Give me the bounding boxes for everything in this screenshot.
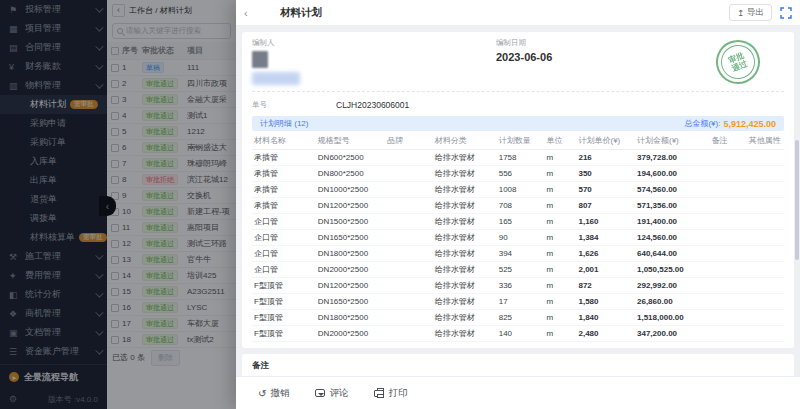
cell-other [747, 213, 784, 229]
cell-other [747, 181, 784, 197]
cell-category: 给排水管材 [433, 277, 497, 293]
cell-category: 给排水管材 [433, 261, 497, 277]
cell-other [747, 309, 784, 325]
cell-spec: DN1500*2500 [316, 213, 385, 229]
cell-unit: m [545, 309, 577, 325]
cell-spec: DN1800*2500 [316, 309, 385, 325]
drawer-header: ‹ 材料计划 ↥ 导出 [236, 0, 800, 26]
print-button[interactable]: 打印 [374, 387, 407, 400]
cell-category: 给排水管材 [433, 213, 497, 229]
cell-material-name: F型顶管 [252, 277, 316, 293]
cell-qty: 1008 [497, 181, 545, 197]
drawer-scrollbar[interactable] [795, 140, 799, 260]
export-button[interactable]: ↥ 导出 [729, 4, 772, 21]
export-icon: ↥ [737, 8, 744, 18]
cell-remark [709, 181, 746, 197]
cell-category: 给排水管材 [433, 149, 497, 165]
cell-qty: 525 [497, 261, 545, 277]
cell-spec: DN800*2500 [316, 165, 385, 181]
cell-price: 807 [576, 197, 635, 213]
drawer-footer: ↺ 撤销 评论 打印 [236, 376, 800, 409]
cell-spec: DN1200*2500 [316, 197, 385, 213]
cell-material-name: 承插管 [252, 165, 316, 181]
cell-other [747, 293, 784, 309]
cell-amount: 1,518,000.00 [635, 309, 709, 325]
cell-spec: DN1200*2500 [316, 277, 385, 293]
cell-category: 给排水管材 [433, 165, 497, 181]
cell-amount: 640,644.00 [635, 245, 709, 261]
cell-remark [709, 197, 746, 213]
cell-price: 872 [576, 277, 635, 293]
table-row: F型顶管 DN1650*2500 给排水管材 17 m 1,580 26,860… [252, 293, 784, 309]
cell-spec: DN1650*2500 [316, 229, 385, 245]
cell-material-name: F型顶管 [252, 325, 316, 341]
cell-qty: 336 [497, 277, 545, 293]
detail-count-label: 计划明细 (12) [260, 118, 684, 129]
drawer-body: 编制人 编制日期 2023-06-06 审批通过 单号 CLJH20230606… [236, 26, 800, 376]
cell-brand [385, 197, 433, 213]
material-table-body: 承插管 DN600*2500 给排水管材 1758 m 216 379,728.… [252, 149, 784, 341]
cell-brand [385, 293, 433, 309]
table-row: 承插管 DN600*2500 给排水管材 1758 m 216 379,728.… [252, 149, 784, 165]
export-label: 导出 [747, 7, 764, 19]
cell-amount: 26,860.00 [635, 293, 709, 309]
col-material-name: 材料名称 [252, 133, 316, 149]
order-row: 单号 CLJH20230606001 [252, 97, 784, 112]
total-label: 总金额(¥): [684, 118, 720, 129]
cell-brand [385, 181, 433, 197]
cell-remark [709, 149, 746, 165]
cell-price: 2,001 [576, 261, 635, 277]
cell-material-name: F型顶管 [252, 293, 316, 309]
cell-remark [709, 293, 746, 309]
cell-brand [385, 229, 433, 245]
table-row: 企口管 DN1800*2500 给排水管材 394 m 1,626 640,64… [252, 245, 784, 261]
cell-unit: m [545, 181, 577, 197]
table-row: 承插管 DN1000*2500 给排水管材 1008 m 570 574,560… [252, 181, 784, 197]
divider [252, 91, 784, 92]
cell-price: 570 [576, 181, 635, 197]
comment-button[interactable]: 评论 [315, 387, 348, 400]
date-label: 编制日期 [496, 38, 552, 48]
cell-spec: DN600*2500 [316, 149, 385, 165]
table-row: F型顶管 DN1800*2500 给排水管材 825 m 1,840 1,518… [252, 309, 784, 325]
cell-category: 给排水管材 [433, 197, 497, 213]
cell-qty: 708 [497, 197, 545, 213]
col-spec: 规格型号 [316, 133, 385, 149]
table-row: F型顶管 DN1200*2500 给排水管材 336 m 872 292,992… [252, 277, 784, 293]
fullscreen-icon[interactable] [780, 7, 792, 19]
cell-category: 给排水管材 [433, 325, 497, 341]
cell-unit: m [545, 261, 577, 277]
cell-unit: m [545, 165, 577, 181]
cell-material-name: 承插管 [252, 149, 316, 165]
col-qty: 计划数量 [497, 133, 545, 149]
undo-label: 撤销 [270, 387, 289, 400]
cell-brand [385, 149, 433, 165]
cell-amount: 194,600.00 [635, 165, 709, 181]
cell-remark [709, 261, 746, 277]
comment-icon [315, 389, 325, 397]
cell-brand [385, 325, 433, 341]
remark-label: 备注 [252, 360, 784, 372]
order-label: 单号 [252, 100, 336, 110]
cell-unit: m [545, 197, 577, 213]
material-plan-drawer: ‹ 材料计划 ↥ 导出 编制人 编制日期 2023-06-06 [236, 0, 800, 409]
drawer-collapse-icon[interactable]: ‹ [244, 7, 258, 19]
approval-stamp: 审批通过 [709, 33, 766, 90]
order-value: CLJH20230606001 [336, 100, 409, 110]
cell-category: 给排水管材 [433, 181, 497, 197]
cell-unit: m [545, 325, 577, 341]
table-row: 承插管 DN1200*2500 给排水管材 708 m 807 571,356.… [252, 197, 784, 213]
cell-qty: 90 [497, 229, 545, 245]
cell-price: 350 [576, 165, 635, 181]
cell-other [747, 325, 784, 341]
undo-button[interactable]: ↺ 撤销 [258, 387, 289, 400]
material-table: 材料名称 规格型号 品牌 材料分类 计划数量 单位 计划单价(¥) 计划金额(¥… [252, 133, 784, 342]
cell-category: 给排水管材 [433, 293, 497, 309]
cell-other [747, 229, 784, 245]
creator-field: 编制人 [252, 38, 300, 86]
cell-material-name: 企口管 [252, 261, 316, 277]
col-amount: 计划金额(¥) [635, 133, 709, 149]
cell-spec: DN2000*2500 [316, 261, 385, 277]
modal-mask[interactable] [0, 0, 236, 409]
cell-unit: m [545, 293, 577, 309]
